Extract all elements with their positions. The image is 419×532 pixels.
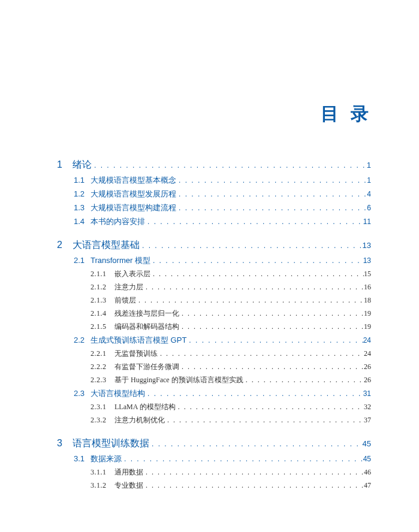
toc-leader-dots: . . . . . . . . . . . . . . . . . . . . … xyxy=(243,376,364,385)
toc-page: 目 录 1绪论. . . . . . . . . . . . . . . . .… xyxy=(0,0,419,515)
toc-entry-label: 本书的内容安排 xyxy=(88,216,145,227)
toc-entry-page: 26 xyxy=(364,376,371,385)
toc-entry-page: 45 xyxy=(363,439,371,448)
toc-leader-dots: . . . . . . . . . . . . . . . . . . . . … xyxy=(143,468,364,477)
toc-entry-page: 32 xyxy=(364,403,371,412)
toc-entry-number: 2.1.5 xyxy=(91,322,112,331)
toc-entry-label: 编码器和解码器结构 xyxy=(112,322,179,332)
toc-entry[interactable]: 2.1.4残差连接与层归一化. . . . . . . . . . . . . … xyxy=(91,309,371,319)
toc-entry-page: 13 xyxy=(363,256,371,265)
toc-entry-number: 3.1.1 xyxy=(91,468,112,477)
toc-entry-label: 大语言模型结构 xyxy=(88,388,145,399)
toc-leader-dots: . . . . . . . . . . . . . . . . . . . . … xyxy=(145,389,363,398)
toc-entry-number: 1.3 xyxy=(74,203,88,212)
toc-entry-page: 31 xyxy=(363,389,371,398)
toc-entry[interactable]: 2.1.2注意力层. . . . . . . . . . . . . . . .… xyxy=(91,282,371,292)
toc-entry-label: 注意力机制优化 xyxy=(112,415,165,425)
toc-heading: 目 录 xyxy=(321,102,372,126)
toc-entry[interactable]: 3.1.1通用数据. . . . . . . . . . . . . . . .… xyxy=(91,467,371,477)
toc-entry-label: 残差连接与层归一化 xyxy=(112,309,179,319)
toc-entry-label: 绪论 xyxy=(69,159,92,171)
toc-entry[interactable]: 1绪论. . . . . . . . . . . . . . . . . . .… xyxy=(57,159,371,171)
toc-leader-dots: . . . . . . . . . . . . . . . . . . . . … xyxy=(176,204,367,212)
toc-entry[interactable]: 1.1大规模语言模型基本概念. . . . . . . . . . . . . … xyxy=(74,175,371,186)
toc-entry-number: 2.2.3 xyxy=(91,376,112,385)
toc-entry-page: 24 xyxy=(363,336,371,344)
toc-entry-label: 大规模语言模型基本概念 xyxy=(88,175,176,186)
toc-entry-page: 47 xyxy=(364,481,371,490)
toc-entry-number: 2.1.2 xyxy=(91,283,112,292)
toc-entry-page: 13 xyxy=(363,241,371,250)
toc-entry-number: 2.2.2 xyxy=(91,362,112,371)
toc-entry[interactable]: 2.3.1LLaMA 的模型结构. . . . . . . . . . . . … xyxy=(91,402,371,412)
toc-entry[interactable]: 2.2.1无监督预训练. . . . . . . . . . . . . . .… xyxy=(91,349,371,359)
toc-leader-dots: . . . . . . . . . . . . . . . . . . . . … xyxy=(143,283,364,292)
toc-entry-label: 前馈层 xyxy=(112,295,136,306)
toc-entry-page: 15 xyxy=(364,270,371,279)
toc-entry-label: 生成式预训练语言模型 GPT xyxy=(88,335,186,346)
toc-entry[interactable]: 2.1.3前馈层. . . . . . . . . . . . . . . . … xyxy=(91,295,371,306)
toc-entry[interactable]: 2.2生成式预训练语言模型 GPT. . . . . . . . . . . .… xyxy=(74,335,371,346)
toc-leader-dots: . . . . . . . . . . . . . . . . . . . . … xyxy=(179,362,364,371)
toc-leader-dots: . . . . . . . . . . . . . . . . . . . . … xyxy=(145,217,363,226)
toc-entry[interactable]: 2.1Transformer 模型. . . . . . . . . . . .… xyxy=(74,255,371,266)
toc-leader-dots: . . . . . . . . . . . . . . . . . . . . … xyxy=(186,336,363,344)
toc-entry-label: 有监督下游任务微调 xyxy=(112,362,179,372)
toc-leader-dots: . . . . . . . . . . . . . . . . . . . . … xyxy=(176,190,367,198)
toc-entry[interactable]: 3.1数据来源. . . . . . . . . . . . . . . . .… xyxy=(74,454,371,464)
toc-entry[interactable]: 2.2.2有监督下游任务微调. . . . . . . . . . . . . … xyxy=(91,362,371,372)
toc-entry-label: 无监督预训练 xyxy=(112,349,158,359)
toc-entry[interactable]: 2.1.1嵌入表示层. . . . . . . . . . . . . . . … xyxy=(91,269,371,279)
toc-entry-number: 2 xyxy=(57,240,69,250)
toc-entry-page: 4 xyxy=(367,190,371,198)
toc-leader-dots: . . . . . . . . . . . . . . . . . . . . … xyxy=(140,241,363,250)
toc-entry[interactable]: 2.2.3基于 HuggingFace 的预训练语言模型实践. . . . . … xyxy=(91,375,371,385)
toc-leader-dots: . . . . . . . . . . . . . . . . . . . . … xyxy=(176,403,364,412)
toc-entry[interactable]: 1.3大规模语言模型构建流程. . . . . . . . . . . . . … xyxy=(74,202,371,213)
toc-entry-page: 1 xyxy=(367,161,371,170)
toc-entry[interactable]: 1.4本书的内容安排. . . . . . . . . . . . . . . … xyxy=(74,216,371,227)
toc-entry-label: 注意力层 xyxy=(112,282,143,292)
toc-entry-number: 1 xyxy=(57,159,69,170)
toc-entry-label: Transformer 模型 xyxy=(88,255,150,266)
toc-entry-label: 专业数据 xyxy=(112,480,143,491)
toc-entry[interactable]: 2.3大语言模型结构. . . . . . . . . . . . . . . … xyxy=(74,388,371,399)
toc-entry-page: 18 xyxy=(364,296,371,305)
toc-leader-dots: . . . . . . . . . . . . . . . . . . . . … xyxy=(143,481,364,490)
toc-entry-number: 2.1.4 xyxy=(91,309,112,318)
toc-entry[interactable]: 1.2大规模语言模型发展历程. . . . . . . . . . . . . … xyxy=(74,189,371,200)
toc-leader-dots: . . . . . . . . . . . . . . . . . . . . … xyxy=(149,440,363,448)
toc-entry-number: 3.1.2 xyxy=(91,481,112,490)
toc-entry-page: 19 xyxy=(364,309,371,318)
toc-entry-page: 37 xyxy=(364,416,371,425)
toc-entry-label: 通用数据 xyxy=(112,467,143,477)
toc-entry[interactable]: 3语言模型训练数据. . . . . . . . . . . . . . . .… xyxy=(57,437,371,450)
toc-entry-page: 16 xyxy=(364,283,371,292)
toc-entry-label: 大规模语言模型构建流程 xyxy=(88,202,176,213)
toc-entry-number: 2.1 xyxy=(74,256,88,265)
toc-entry-number: 2.2 xyxy=(74,335,88,344)
toc-leader-dots: . . . . . . . . . . . . . . . . . . . . … xyxy=(179,322,364,331)
toc-entry-page: 24 xyxy=(364,349,371,358)
toc-entry-number: 3.1 xyxy=(74,454,88,463)
toc-entry-page: 46 xyxy=(364,468,371,477)
toc-entry-page: 11 xyxy=(363,217,371,226)
toc-entry[interactable]: 3.1.2专业数据. . . . . . . . . . . . . . . .… xyxy=(91,480,371,491)
toc-leader-dots: . . . . . . . . . . . . . . . . . . . . … xyxy=(176,176,367,185)
toc-entry[interactable]: 2.1.5编码器和解码器结构. . . . . . . . . . . . . … xyxy=(91,322,371,332)
toc-entry-page: 1 xyxy=(367,176,371,185)
toc-entry-label: 嵌入表示层 xyxy=(112,269,150,279)
toc-leader-dots: . . . . . . . . . . . . . . . . . . . . … xyxy=(92,161,367,170)
toc-entry-label: 语言模型训练数据 xyxy=(69,437,149,450)
toc-entry-number: 2.3.2 xyxy=(91,416,112,425)
toc-leader-dots: . . . . . . . . . . . . . . . . . . . . … xyxy=(122,455,363,463)
toc-entry[interactable]: 2.3.2注意力机制优化. . . . . . . . . . . . . . … xyxy=(91,415,371,425)
toc-entry-label: 基于 HuggingFace 的预训练语言模型实践 xyxy=(112,375,243,385)
toc-entry-label: 数据来源 xyxy=(88,454,122,464)
toc-entry-label: 大语言模型基础 xyxy=(69,239,140,252)
toc-leader-dots: . . . . . . . . . . . . . . . . . . . . … xyxy=(150,270,364,279)
toc-leader-dots: . . . . . . . . . . . . . . . . . . . . … xyxy=(136,296,364,305)
toc-entry[interactable]: 2大语言模型基础. . . . . . . . . . . . . . . . … xyxy=(57,239,371,252)
toc-leader-dots: . . . . . . . . . . . . . . . . . . . . … xyxy=(165,416,364,425)
toc-entry-number: 2.3 xyxy=(74,389,88,398)
